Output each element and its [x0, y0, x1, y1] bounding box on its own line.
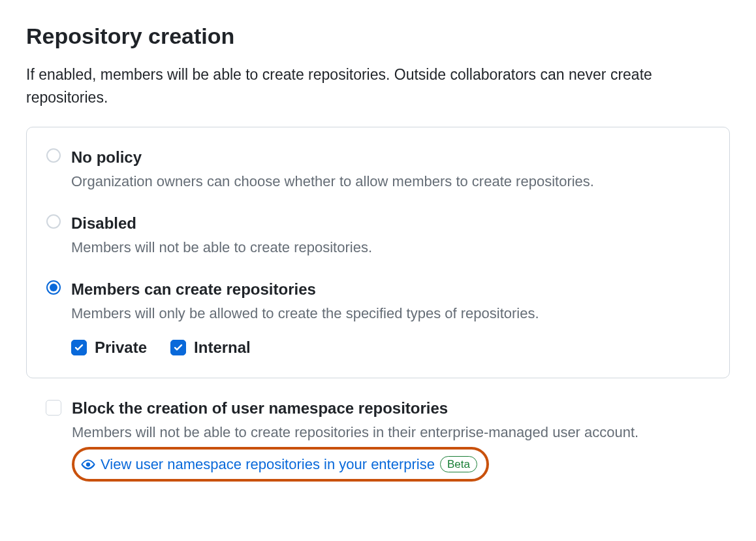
option-label: Disabled	[71, 212, 710, 235]
checkmark-icon	[71, 340, 87, 355]
policy-box: No policy Organization owners can choose…	[26, 127, 730, 378]
radio-icon[interactable]	[46, 148, 61, 163]
repo-type-checks: Private Internal	[71, 336, 710, 359]
option-description: Members will only be allowed to create t…	[71, 303, 710, 324]
radio-option-disabled[interactable]: Disabled Members will not be able to cre…	[46, 212, 710, 258]
eye-icon	[81, 457, 95, 472]
block-namespace-label: Block the creation of user namespace rep…	[72, 397, 710, 420]
radio-icon[interactable]	[46, 214, 61, 229]
radio-option-no-policy[interactable]: No policy Organization owners can choose…	[46, 146, 710, 192]
option-label: Members can create repositories	[71, 278, 710, 301]
block-namespace-description: Members will not be able to create repos…	[72, 421, 710, 443]
checkbox-label: Internal	[194, 336, 251, 359]
radio-option-members-can-create[interactable]: Members can create repositories Members …	[46, 278, 710, 359]
checkbox-block-namespace[interactable]	[46, 400, 61, 416]
highlighted-link-callout: View user namespace repositories in your…	[72, 447, 489, 482]
checkbox-label: Private	[95, 336, 147, 359]
svg-point-0	[86, 462, 90, 466]
checkbox-private[interactable]: Private	[71, 336, 147, 359]
option-label: No policy	[71, 146, 710, 169]
checkbox-internal[interactable]: Internal	[170, 336, 251, 359]
option-description: Organization owners can choose whether t…	[71, 171, 710, 192]
section-title: Repository creation	[26, 20, 730, 53]
checkmark-icon	[170, 340, 186, 355]
option-description: Members will not be able to create repos…	[71, 237, 710, 258]
radio-icon[interactable]	[46, 280, 61, 295]
view-namespace-repos-link[interactable]: View user namespace repositories in your…	[101, 453, 435, 475]
section-description: If enabled, members will be able to crea…	[26, 63, 730, 108]
block-namespace-section: Block the creation of user namespace rep…	[26, 397, 730, 482]
beta-badge: Beta	[440, 456, 477, 473]
